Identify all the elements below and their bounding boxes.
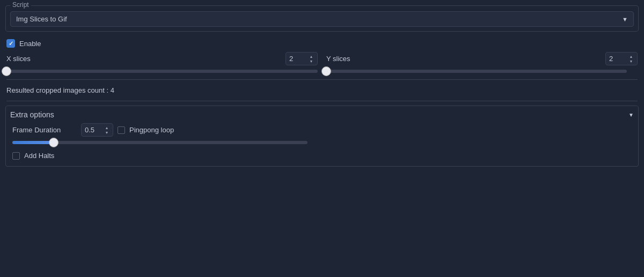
frame-duration-slider-row [10,138,634,147]
y-slices-spinbox[interactable]: 2 ▲ ▼ [605,52,638,65]
x-slices-up-arrow[interactable]: ▲ [309,54,314,58]
y-slices-label: Y slices [326,55,605,63]
frame-duration-spinbox[interactable]: 0.5 ▲ ▼ [81,123,113,137]
extra-options-section: Extra options ▼ Frame Duration 0.5 ▲ ▼ P… [5,106,639,167]
x-section: X slices 2 ▲ ▼ [6,52,318,75]
frame-slider-fill [12,141,54,144]
frame-duration-value: 0.5 [85,126,94,134]
y-slider-row [326,68,638,75]
frame-slider-track[interactable] [12,141,308,144]
x-slices-arrows: ▲ ▼ [309,54,314,63]
x-slider-thumb[interactable] [2,66,11,76]
pingpong-label: Pingpong loop [129,126,174,134]
enable-label: Enable [19,40,41,48]
frame-duration-arrows: ▲ ▼ [104,125,109,134]
x-slices-down-arrow[interactable]: ▼ [309,59,314,63]
script-dropdown-value: Img Slices to Gif [16,15,67,23]
frame-duration-row: Frame Duration 0.5 ▲ ▼ Pingpong loop [10,122,634,138]
x-slider-track[interactable] [6,70,318,73]
frame-duration-label: Frame Duration [12,126,77,134]
x-slices-spinbox[interactable]: 2 ▲ ▼ [286,52,318,65]
pingpong-row: Pingpong loop [118,126,174,134]
enable-row: Enable [0,36,644,51]
script-section: Script Img Slices to Gif ▼ [5,5,639,32]
chevron-down-icon: ▼ [622,16,628,23]
y-slider-track[interactable] [326,70,627,73]
divider-2 [6,101,638,101]
frame-slider-container [12,141,308,144]
script-label: Script [10,1,31,9]
add-halts-row: Add Halts [10,147,634,162]
frame-duration-up-arrow[interactable]: ▲ [104,125,109,130]
main-panel: Script Img Slices to Gif ▼ Enable X slic… [0,0,644,277]
enable-checkbox[interactable] [6,39,15,48]
collapse-icon[interactable]: ▼ [628,112,634,118]
y-label-spinbox-row: Y slices 2 ▲ ▼ [326,52,638,65]
slices-full-row: X slices 2 ▲ ▼ Y slices [0,51,644,77]
divider-1 [6,79,638,80]
y-slices-down-arrow[interactable]: ▼ [628,59,634,63]
x-slices-value: 2 [289,55,293,63]
frame-duration-down-arrow[interactable]: ▼ [104,130,109,134]
script-dropdown[interactable]: Img Slices to Gif ▼ [10,11,634,27]
y-slices-up-arrow[interactable]: ▲ [628,54,634,58]
extra-options-header: Extra options ▼ [10,108,634,122]
x-slider-row [6,68,318,75]
pingpong-checkbox[interactable] [118,126,125,134]
y-section: Y slices 2 ▲ ▼ [326,52,638,75]
extra-options-title: Extra options [10,110,54,119]
frame-slider-thumb[interactable] [49,138,58,147]
result-text: Resulted cropped images count : 4 [0,82,644,99]
y-slices-value: 2 [609,55,613,63]
add-halts-checkbox[interactable] [12,152,20,160]
y-slider-thumb[interactable] [321,66,331,76]
add-halts-label: Add Halts [24,152,54,160]
y-slices-arrows: ▲ ▼ [628,54,634,63]
x-label-spinbox-row: X slices 2 ▲ ▼ [6,52,318,65]
x-slices-label: X slices [6,55,286,63]
